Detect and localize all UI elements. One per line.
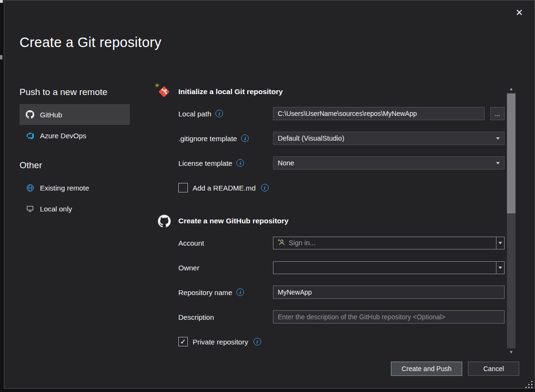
sidebar-item-existing-remote[interactable]: Existing remote [19,177,130,198]
new-badge-icon: ✳ [155,82,159,89]
repository-name-input[interactable] [273,286,505,299]
chevron-down-icon [498,267,502,269]
add-readme-label: Add a README.md [193,184,256,192]
sidebar-item-github[interactable]: GitHub [19,104,130,125]
account-dropdown[interactable]: Sign in... [273,237,505,249]
computer-icon [26,204,34,213]
info-icon[interactable]: i [241,134,249,142]
sidebar-item-azure-devops[interactable]: Azure DevOps [19,125,130,146]
owner-dropdown[interactable] [273,261,505,274]
license-row: License template i None [178,156,510,170]
repository-name-label: Repository name [178,288,232,296]
window-edge-fragment [0,55,2,59]
account-label: Account [178,239,204,247]
sidebar-heading-other: Other [19,160,130,171]
github-icon [26,110,34,119]
private-repository-label: Private repository [193,338,248,346]
sidebar-item-local-only[interactable]: Local only [19,198,130,219]
local-path-input[interactable] [273,107,485,120]
account-value: Sign in... [289,239,315,247]
github-logo-icon [157,214,171,228]
gitignore-template-value: Default (VisualStudio) [278,134,344,142]
local-path-label: Local path [178,110,211,118]
account-dropdown-button[interactable] [496,237,504,249]
scrollbar-thumb[interactable] [507,94,516,213]
close-button[interactable]: ✕ [516,8,523,17]
gitignore-label: .gitignore template [178,134,237,143]
repository-name-row: Repository name i [178,286,510,299]
info-icon[interactable]: i [215,110,223,117]
window-corner-fragment [0,0,3,3]
scroll-down-button[interactable]: ▼ [507,348,516,356]
description-label: Description [178,313,214,321]
add-readme-checkbox[interactable] [178,183,188,192]
init-section-rows: Local path i ... .gitignore template i D… [178,107,510,194]
license-template-dropdown[interactable]: None [273,156,505,170]
scrollbar-track[interactable] [507,93,516,348]
github-section-rows: Account Sign in... [178,236,510,348]
git-repository-icon: ✳ [157,85,171,98]
browse-button[interactable]: ... [490,107,505,120]
sidebar-item-label: Azure DevOps [40,132,87,140]
create-and-push-button[interactable]: Create and Push [391,362,462,376]
sidebar-heading-push-remote: Push to a new remote [19,87,130,97]
create-git-repo-dialog: ✕ Create a Git repository Push to a new … [4,0,535,389]
license-label: License template [178,159,232,167]
dialog-title: Create a Git repository [19,35,162,50]
init-section-title: Initialize a local Git repository [178,87,283,96]
globe-icon [26,183,34,192]
github-section-header: Create a new GitHub repository [157,214,510,228]
description-row: Description [178,310,510,324]
owner-dropdown-button[interactable] [496,262,504,274]
gitignore-template-dropdown[interactable]: Default (VisualStudio) [273,132,505,145]
account-row: Account Sign in... [178,236,510,249]
dialog-content: ✳ Initialize a local Git repository [157,85,510,348]
gitignore-row: .gitignore template i Default (VisualStu… [178,132,510,145]
chevron-down-icon [498,242,502,244]
sidebar-item-label: GitHub [40,111,62,119]
sidebar: Push to a new remote GitHub Azure DevOps… [19,87,130,219]
owner-row: Owner [178,261,510,274]
description-input[interactable] [273,310,505,324]
sidebar-item-label: Local only [40,205,72,213]
sidebar-item-label: Existing remote [40,184,89,192]
scroll-up-button[interactable]: ▲ [507,85,516,93]
sign-in-icon [277,239,285,248]
init-section-header: ✳ Initialize a local Git repository [157,85,510,98]
vertical-scrollbar[interactable]: ▲ ▼ [507,85,516,356]
private-repository-checkbox[interactable]: ✓ [178,337,188,346]
chevron-down-icon [496,162,500,164]
info-icon[interactable]: i [236,288,244,296]
resize-grip[interactable] [525,380,533,391]
info-icon[interactable]: i [261,184,269,191]
github-section-title: Create a new GitHub repository [178,217,289,225]
cancel-button[interactable]: Cancel [468,362,519,376]
local-path-row: Local path i ... [178,107,510,120]
chevron-down-icon [496,137,500,140]
license-template-value: None [278,159,294,167]
owner-label: Owner [178,264,199,272]
private-repository-row: ✓ Private repository i [178,335,510,348]
azure-devops-icon [26,131,34,140]
readme-row: Add a README.md i [178,181,510,194]
info-icon[interactable]: i [236,159,244,167]
dialog-footer: Create and Push Cancel [391,362,519,376]
info-icon[interactable]: i [253,338,261,345]
